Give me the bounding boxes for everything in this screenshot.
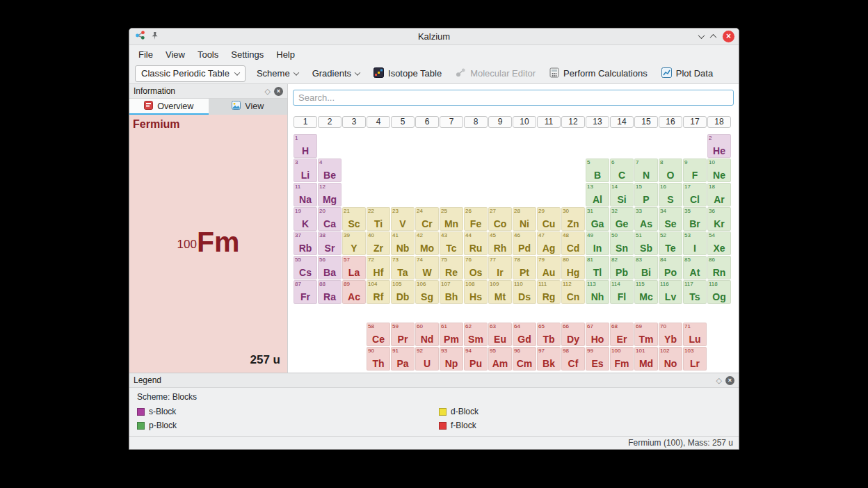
element-C[interactable]: 6C (610, 158, 634, 182)
element-U[interactable]: 92U (415, 347, 439, 371)
element-I[interactable]: 53I (683, 231, 707, 255)
element-Am[interactable]: 95Am (488, 347, 512, 371)
element-Fl[interactable]: 114Fl (610, 280, 634, 304)
element-Fm[interactable]: 100Fm (610, 347, 634, 371)
element-Sm[interactable]: 62Sm (464, 323, 488, 346)
element-Cr[interactable]: 24Cr (415, 207, 439, 231)
element-Ta[interactable]: 73Ta (391, 256, 415, 279)
element-Pm[interactable]: 61Pm (440, 323, 463, 346)
element-Co[interactable]: 27Co (488, 207, 512, 231)
element-Yb[interactable]: 70Yb (659, 323, 682, 346)
element-Rg[interactable]: 111Rg (537, 280, 561, 304)
element-Lv[interactable]: 116Lv (659, 280, 682, 304)
element-Mg[interactable]: 12Mg (318, 183, 341, 206)
element-Ds[interactable]: 110Ds (513, 280, 536, 304)
element-Sn[interactable]: 50Sn (610, 231, 634, 255)
element-Fr[interactable]: 87Fr (294, 280, 317, 304)
element-Ag[interactable]: 47Ag (537, 231, 561, 255)
element-Ir[interactable]: 77Ir (488, 256, 512, 279)
element-Ac[interactable]: 89Ac (342, 280, 366, 304)
menu-item-tools[interactable]: Tools (191, 47, 225, 63)
element-Nb[interactable]: 41Nb (391, 231, 415, 255)
element-Sg[interactable]: 106Sg (415, 280, 439, 304)
element-Ba[interactable]: 56Ba (318, 256, 341, 279)
element-Zn[interactable]: 30Zn (561, 207, 585, 231)
element-Ni[interactable]: 28Ni (513, 207, 536, 231)
element-P[interactable]: 15P (634, 183, 658, 206)
float-panel-icon[interactable]: ◇ (265, 88, 271, 95)
element-Pb[interactable]: 82Pb (610, 256, 634, 279)
close-panel-icon[interactable]: × (274, 87, 283, 96)
element-Pd[interactable]: 46Pd (513, 231, 536, 255)
element-Er[interactable]: 68Er (610, 323, 634, 346)
close-window-icon[interactable]: × (723, 31, 734, 42)
shade-window-icon[interactable] (698, 32, 705, 39)
element-Si[interactable]: 14Si (610, 183, 634, 206)
element-Cf[interactable]: 98Cf (561, 347, 585, 371)
element-Cn[interactable]: 112Cn (561, 280, 585, 304)
element-Cu[interactable]: 29Cu (537, 207, 561, 231)
element-Tc[interactable]: 43Tc (440, 231, 463, 255)
element-Ti[interactable]: 22Ti (367, 207, 390, 231)
element-Cl[interactable]: 17Cl (683, 183, 707, 206)
element-Bh[interactable]: 107Bh (440, 280, 463, 304)
element-Te[interactable]: 52Te (659, 231, 682, 255)
table-type-select[interactable]: Classic Periodic Table (135, 65, 246, 82)
plot-data-button[interactable]: Plot Data (659, 65, 716, 82)
element-Kr[interactable]: 36Kr (707, 207, 731, 231)
element-Ge[interactable]: 32Ge (610, 207, 634, 231)
element-Mc[interactable]: 115Mc (634, 280, 658, 304)
element-Ne[interactable]: 10Ne (707, 158, 731, 182)
element-Pa[interactable]: 91Pa (391, 347, 415, 371)
perform-calculations-button[interactable]: Perform Calculations (547, 65, 650, 82)
element-Rb[interactable]: 37Rb (294, 231, 317, 255)
element-Ga[interactable]: 31Ga (586, 207, 609, 231)
element-Nh[interactable]: 113Nh (586, 280, 609, 304)
tab-view[interactable]: View (209, 99, 288, 115)
element-Lu[interactable]: 71Lu (683, 323, 707, 346)
element-O[interactable]: 8O (659, 158, 682, 182)
element-Cs[interactable]: 55Cs (294, 256, 317, 279)
element-Tl[interactable]: 81Tl (586, 256, 609, 279)
element-W[interactable]: 74W (415, 256, 439, 279)
element-Rn[interactable]: 86Rn (707, 256, 731, 279)
element-Hf[interactable]: 72Hf (367, 256, 390, 279)
element-Sb[interactable]: 51Sb (634, 231, 658, 255)
element-At[interactable]: 85At (683, 256, 707, 279)
element-Tb[interactable]: 65Tb (537, 323, 561, 346)
element-Hg[interactable]: 80Hg (561, 256, 585, 279)
element-Mo[interactable]: 42Mo (415, 231, 439, 255)
element-K[interactable]: 19K (294, 207, 317, 231)
gradients-dropdown[interactable]: Gradients (310, 66, 362, 81)
element-Na[interactable]: 11Na (294, 183, 317, 206)
element-S[interactable]: 16S (659, 183, 682, 206)
pin-icon[interactable] (150, 31, 159, 43)
element-Dy[interactable]: 66Dy (561, 323, 585, 346)
element-Ts[interactable]: 117Ts (683, 280, 707, 304)
element-Ru[interactable]: 44Ru (464, 231, 488, 255)
float-panel-icon[interactable]: ◇ (716, 377, 722, 384)
element-La[interactable]: 57La (342, 256, 366, 279)
maximize-window-icon[interactable] (710, 34, 717, 41)
element-Re[interactable]: 75Re (440, 256, 463, 279)
element-Fe[interactable]: 26Fe (464, 207, 488, 231)
close-panel-icon[interactable]: × (725, 376, 734, 385)
element-Rf[interactable]: 104Rf (367, 280, 390, 304)
element-Ho[interactable]: 67Ho (586, 323, 609, 346)
element-Gd[interactable]: 64Gd (513, 323, 536, 346)
element-Og[interactable]: 118Og (707, 280, 731, 304)
title-bar[interactable]: Kalzium × (129, 29, 739, 45)
element-Db[interactable]: 105Db (391, 280, 415, 304)
element-Ar[interactable]: 18Ar (707, 183, 731, 206)
element-Se[interactable]: 34Se (659, 207, 682, 231)
element-Li[interactable]: 3Li (294, 158, 317, 182)
element-Cm[interactable]: 96Cm (513, 347, 536, 371)
tab-overview[interactable]: Overview (129, 99, 209, 115)
element-Pu[interactable]: 94Pu (464, 347, 488, 371)
element-Au[interactable]: 79Au (537, 256, 561, 279)
element-Th[interactable]: 90Th (367, 347, 390, 371)
menu-item-settings[interactable]: Settings (225, 47, 270, 63)
element-Rh[interactable]: 45Rh (488, 231, 512, 255)
element-Sr[interactable]: 38Sr (318, 231, 341, 255)
element-Eu[interactable]: 63Eu (488, 323, 512, 346)
